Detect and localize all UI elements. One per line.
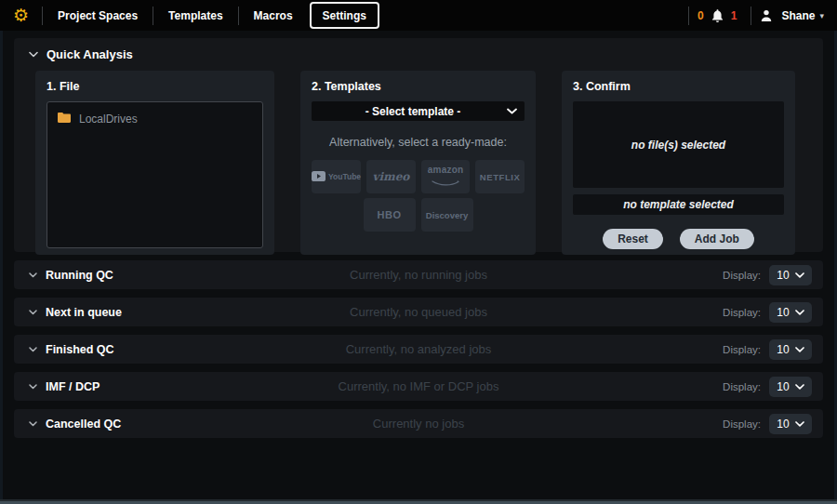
templates-panel-title: 2. Templates <box>312 80 525 93</box>
section-header[interactable]: Running QC <box>29 269 178 282</box>
chevron-down-icon <box>29 272 37 278</box>
section-title: Quick Analysis <box>46 47 133 61</box>
nav-divider <box>42 7 43 25</box>
template-select-value: - Select template - <box>319 105 507 118</box>
provider-button-vimeo[interactable]: vimeo <box>366 160 416 193</box>
provider-row-1: YouTube vimeo amazon NETFLIX <box>312 160 525 193</box>
quick-analysis-header[interactable]: Quick Analysis <box>29 47 808 61</box>
display-count-select[interactable]: 10 <box>769 377 812 397</box>
chevron-down-icon <box>507 108 517 114</box>
quick-analysis-section: Quick Analysis 1. File LocalDrives 2. Te… <box>14 38 823 252</box>
user-name[interactable]: Shane <box>781 9 815 22</box>
caret-down-icon[interactable]: ▾ <box>819 11 824 20</box>
display-count-select[interactable]: 10 <box>769 339 812 360</box>
chevron-down-icon <box>795 421 804 427</box>
nav-right-group: 0 1 Shane ▾ <box>686 7 824 25</box>
ready-made-hint: Alternatively, select a ready-made: <box>312 136 525 149</box>
notification-count-left: 0 <box>698 9 704 22</box>
provider-button-amazon[interactable]: amazon <box>421 160 471 193</box>
chevron-down-icon <box>795 310 804 315</box>
nav-divider <box>688 7 689 25</box>
amazon-smile-icon <box>432 175 459 189</box>
chevron-down-icon <box>29 421 37 427</box>
chevron-down-icon <box>795 272 804 278</box>
section-finished-qc: Finished QC Currently, no analyzed jobs … <box>14 335 823 364</box>
section-header[interactable]: IMF / DCP <box>29 380 178 393</box>
section-cancelled-qc: Cancelled QC Currently no jobs Display: … <box>14 409 823 438</box>
template-select[interactable]: - Select template - <box>312 101 525 121</box>
nav-item-settings[interactable]: Settings <box>310 2 379 29</box>
add-job-button[interactable]: Add Job <box>680 229 754 249</box>
youtube-play-icon <box>312 170 326 184</box>
display-label: Display: <box>723 418 761 430</box>
provider-button-discovery[interactable]: Discovery <box>421 198 473 232</box>
file-panel: 1. File LocalDrives <box>35 71 274 255</box>
quick-analysis-panels: 1. File LocalDrives 2. Templates - Selec… <box>29 71 808 255</box>
chevron-down-icon <box>795 384 804 390</box>
tree-item-label: LocalDrives <box>79 113 138 126</box>
section-imf-dcp: IMF / DCP Currently, no IMF or DCP jobs … <box>14 372 823 401</box>
no-files-text: no file(s) selected <box>631 139 725 152</box>
section-next-in-queue: Next in queue Currently, no queued jobs … <box>14 298 823 326</box>
folder-icon <box>57 111 72 127</box>
nav-item-templates[interactable]: Templates <box>155 0 235 31</box>
file-panel-title: 1. File <box>46 80 263 93</box>
display-label: Display: <box>723 270 761 281</box>
provider-button-hbo[interactable]: HBO <box>364 198 416 232</box>
no-template-text: no template selected <box>623 198 734 211</box>
tree-item-localdrives[interactable]: LocalDrives <box>57 111 253 127</box>
gear-icon[interactable]: ⚙ <box>13 7 29 24</box>
main-content: Quick Analysis 1. File LocalDrives 2. Te… <box>0 31 837 504</box>
chevron-down-icon <box>795 347 804 352</box>
display-count-select[interactable]: 10 <box>769 302 812 323</box>
section-header[interactable]: Finished QC <box>29 343 178 356</box>
display-count-select[interactable]: 10 <box>769 414 812 434</box>
nav-divider <box>751 7 751 25</box>
chevron-down-icon <box>29 51 38 58</box>
provider-row-2: HBO Discovery <box>312 198 525 232</box>
provider-button-netflix[interactable]: NETFLIX <box>475 160 525 193</box>
confirm-buttons: Reset Add Job <box>573 229 784 249</box>
display-label: Display: <box>723 307 761 318</box>
confirm-panel: 3. Confirm no file(s) selected no templa… <box>562 71 795 255</box>
display-label: Display: <box>723 344 761 355</box>
user-icon[interactable] <box>759 8 774 23</box>
nav-item-project-spaces[interactable]: Project Spaces <box>45 0 151 31</box>
provider-button-youtube[interactable]: YouTube <box>312 160 361 193</box>
selected-files-box: no file(s) selected <box>573 101 784 188</box>
confirm-panel-title: 3. Confirm <box>573 80 784 93</box>
section-header[interactable]: Next in queue <box>29 306 178 319</box>
selected-template-box: no template selected <box>573 194 784 215</box>
chevron-down-icon <box>29 347 37 352</box>
window-bottom-edge <box>0 499 837 504</box>
bell-icon[interactable] <box>711 8 724 23</box>
section-running-qc: Running QC Currently, no running jobs Di… <box>14 260 823 289</box>
notification-count-right: 1 <box>731 9 737 22</box>
section-header[interactable]: Cancelled QC <box>29 418 178 431</box>
display-label: Display: <box>723 381 761 392</box>
nav-divider <box>238 7 239 25</box>
templates-panel: 2. Templates - Select template - Alterna… <box>300 71 536 255</box>
display-count-select[interactable]: 10 <box>769 265 812 285</box>
nav-item-macros[interactable]: Macros <box>241 0 306 31</box>
reset-button[interactable]: Reset <box>603 229 663 249</box>
nav-divider <box>153 7 153 25</box>
chevron-down-icon <box>29 310 37 315</box>
file-tree[interactable]: LocalDrives <box>46 101 263 248</box>
chevron-down-icon <box>29 384 37 390</box>
top-nav: ⚙ Project Spaces Templates Macros Settin… <box>0 0 837 31</box>
